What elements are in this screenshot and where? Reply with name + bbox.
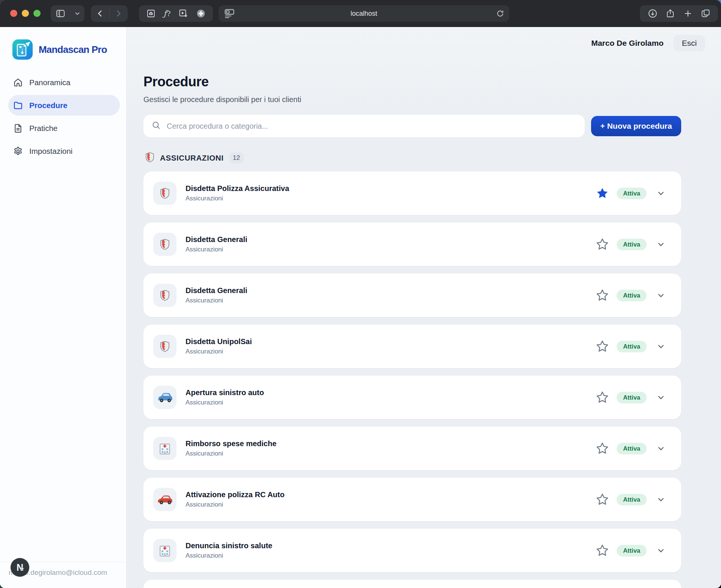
procedure-category: Assicurazioni bbox=[186, 195, 289, 202]
chevron-down-icon[interactable] bbox=[656, 342, 665, 351]
procedure-title: Apertura sinistro auto bbox=[186, 388, 264, 397]
brand: Mandascan Pro bbox=[12, 39, 107, 60]
address-bar[interactable]: localhost bbox=[219, 5, 509, 22]
status-badge: Attiva bbox=[617, 239, 647, 250]
desktop-background: ƒ? localhost bbox=[0, 0, 721, 588]
share-icon[interactable] bbox=[665, 9, 675, 18]
sidebar-item-impostazioni[interactable]: Impostazioni bbox=[8, 141, 120, 161]
downloads-icon[interactable] bbox=[648, 9, 658, 18]
brand-name: Mandascan Pro bbox=[39, 44, 107, 56]
favorite-star-icon[interactable] bbox=[595, 289, 610, 302]
procedure-title: Disdetta UnipolSai bbox=[186, 337, 252, 346]
sidebar: Mandascan Pro Panoramica Procedure Prati… bbox=[0, 27, 127, 588]
car-blue-icon bbox=[153, 386, 176, 409]
procedure-card-partial[interactable] bbox=[143, 580, 681, 588]
reload-icon[interactable] bbox=[496, 9, 504, 19]
page-title: Procedure bbox=[143, 74, 681, 89]
puzzle-extension-icon[interactable] bbox=[196, 9, 206, 18]
tab-overview-icon[interactable] bbox=[701, 9, 710, 18]
export-extension-icon[interactable] bbox=[178, 9, 188, 18]
gear-icon bbox=[13, 146, 23, 156]
hospital-icon bbox=[153, 539, 176, 562]
favorite-star-icon[interactable] bbox=[595, 544, 610, 557]
browser-window: ƒ? localhost bbox=[0, 0, 721, 588]
search-input[interactable]: Cerca procedura o categoria... bbox=[143, 115, 585, 137]
chevron-down-icon[interactable] bbox=[656, 444, 665, 453]
procedure-category: Assicurazioni bbox=[186, 552, 272, 559]
procedure-category: Assicurazioni bbox=[186, 501, 285, 508]
function-extension-icon[interactable]: ƒ? bbox=[164, 9, 171, 18]
chevron-down-icon[interactable] bbox=[656, 240, 665, 249]
home-icon bbox=[13, 78, 23, 87]
category-name: ASSICURAZIONI bbox=[160, 153, 224, 162]
chevron-down-icon[interactable] bbox=[656, 189, 665, 198]
procedure-card[interactable]: Disdetta UnipolSai Assicurazioni Attiva bbox=[143, 325, 681, 368]
procedure-category: Assicurazioni bbox=[186, 348, 252, 355]
sidebar-toggle-icon[interactable] bbox=[56, 9, 65, 18]
status-badge: Attiva bbox=[617, 443, 647, 454]
history-nav-group bbox=[91, 5, 128, 22]
favorite-star-icon[interactable] bbox=[595, 391, 610, 404]
close-window-button[interactable] bbox=[10, 10, 17, 17]
procedure-category: Assicurazioni bbox=[186, 450, 276, 457]
procedure-category: Assicurazioni bbox=[186, 399, 264, 406]
app-logo-icon bbox=[12, 39, 33, 60]
favorite-star-icon[interactable] bbox=[595, 340, 610, 353]
procedure-card[interactable]: Attivazione polizza RC Auto Assicurazion… bbox=[143, 478, 681, 521]
status-badge: Attiva bbox=[617, 188, 647, 199]
procedure-card[interactable]: Disdetta Generali Assicurazioni Attiva bbox=[143, 223, 681, 266]
procedure-card[interactable]: Apertura sinistro auto Assicurazioni Att… bbox=[143, 376, 681, 419]
shield-icon bbox=[145, 152, 154, 164]
category-count-badge: 12 bbox=[229, 152, 244, 164]
screenshot-extension-icon[interactable] bbox=[146, 9, 156, 18]
toolbar-actions-group bbox=[640, 5, 718, 22]
favorite-star-icon[interactable] bbox=[595, 238, 610, 251]
new-procedure-button[interactable]: + Nuova procedura bbox=[591, 116, 681, 136]
sidebar-toggle-group bbox=[51, 5, 84, 22]
procedure-title: Disdetta Generali bbox=[186, 286, 247, 295]
sidebar-item-panoramica[interactable]: Panoramica bbox=[8, 72, 120, 93]
status-badge: Attiva bbox=[617, 290, 647, 301]
forward-icon[interactable] bbox=[114, 9, 122, 18]
procedure-category: Assicurazioni bbox=[186, 297, 247, 304]
new-tab-icon[interactable] bbox=[683, 9, 693, 18]
sidebar-item-procedure[interactable]: Procedure bbox=[8, 95, 120, 116]
url-text: localhost bbox=[219, 10, 509, 18]
procedure-card[interactable]: Disdetta Generali Assicurazioni Attiva bbox=[143, 274, 681, 317]
procedure-title: Attivazione polizza RC Auto bbox=[186, 490, 285, 499]
procedure-title: Denuncia sinistro salute bbox=[186, 541, 272, 550]
sidebar-item-pratiche[interactable]: Pratiche bbox=[8, 118, 120, 138]
chevron-down-icon[interactable] bbox=[656, 546, 665, 555]
favorite-star-icon[interactable] bbox=[595, 186, 610, 200]
page-subtitle: Gestisci le procedure disponibili per i … bbox=[143, 94, 681, 105]
folder-icon bbox=[13, 101, 23, 110]
status-badge: Attiva bbox=[617, 494, 647, 505]
hospital-icon bbox=[153, 437, 176, 460]
window-controls bbox=[10, 10, 41, 17]
sidebar-nav: Panoramica Procedure Pratiche Impostazio… bbox=[0, 72, 126, 161]
back-icon[interactable] bbox=[96, 9, 104, 18]
avatar[interactable]: N bbox=[11, 558, 29, 577]
procedure-card[interactable]: Denuncia sinistro salute Assicurazioni A… bbox=[143, 529, 681, 572]
chevron-down-icon[interactable] bbox=[656, 291, 665, 300]
zoom-window-button[interactable] bbox=[33, 10, 41, 17]
chevron-down-icon[interactable] bbox=[75, 12, 80, 15]
browser-toolbar: ƒ? localhost bbox=[0, 0, 721, 27]
procedure-title: Disdetta Polizza Assicurativa bbox=[186, 184, 289, 193]
procedure-card[interactable]: Rimborso spese mediche Assicurazioni Att… bbox=[143, 427, 681, 470]
procedure-card[interactable]: Disdetta Polizza Assicurativa Assicurazi… bbox=[143, 171, 681, 215]
car-red-icon bbox=[153, 488, 176, 511]
shield-icon bbox=[153, 335, 176, 358]
status-badge: Attiva bbox=[617, 545, 647, 556]
document-icon bbox=[13, 123, 23, 133]
chevron-down-icon[interactable] bbox=[656, 393, 665, 402]
search-icon bbox=[152, 121, 161, 131]
favorite-star-icon[interactable] bbox=[595, 493, 610, 506]
minimize-window-button[interactable] bbox=[22, 10, 29, 17]
procedure-title: Disdetta Generali bbox=[186, 235, 247, 244]
favorite-star-icon[interactable] bbox=[595, 442, 610, 455]
shield-icon bbox=[153, 284, 176, 307]
chevron-down-icon[interactable] bbox=[656, 495, 665, 504]
procedure-category: Assicurazioni bbox=[186, 246, 247, 253]
procedure-list: Disdetta Polizza Assicurativa Assicurazi… bbox=[143, 171, 681, 588]
